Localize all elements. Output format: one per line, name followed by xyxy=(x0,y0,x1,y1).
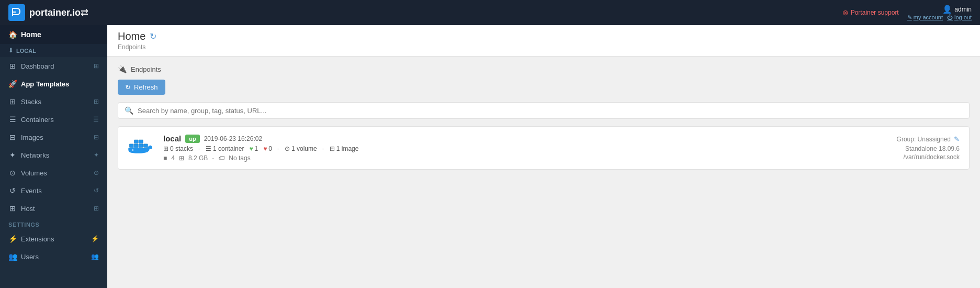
stat-unhealthy: ♥ 0 xyxy=(263,145,272,152)
endpoint-group-row: Group: Unassigned ✎ xyxy=(897,135,960,143)
sidebar-users-label: Users xyxy=(21,253,39,261)
account-icon: ✎ xyxy=(907,14,912,21)
images-stat-icon: ⊟ xyxy=(330,145,335,152)
logout-icon: ⏻ xyxy=(947,14,953,20)
main-layout: 🏠 Home ⬇ LOCAL ⊞ Dashboard ⊞ 🚀 App Templ… xyxy=(0,25,980,288)
local-label: LOCAL xyxy=(16,48,36,54)
admin-name-row: 👤 admin xyxy=(942,5,972,14)
endpoint-right: Group: Unassigned ✎ Standalone 18.09.6 /… xyxy=(897,135,960,161)
edit-group-icon[interactable]: ✎ xyxy=(954,135,960,143)
sidebar-networks-label: Networks xyxy=(21,151,49,159)
endpoint-info: local up 2019-06-23 16:26:02 ⊞ 0 stacks … xyxy=(163,134,358,162)
sidebar-item-containers[interactable]: ☰ Containers ☰ xyxy=(0,110,107,128)
stacks-nav-icon: ⊞ xyxy=(94,98,99,105)
support-circle-icon: ⊗ xyxy=(842,8,849,17)
sidebar-containers-label: Containers xyxy=(21,116,54,124)
content-area: Home ↻ Endpoints 🔌 Endpoints ↻ Refresh 🔍 xyxy=(107,25,980,288)
stat-volumes: ⊙ 1 volume xyxy=(285,145,317,152)
sidebar-extensions-label: Extensions xyxy=(21,235,54,243)
sidebar-item-users[interactable]: 👥 Users 👥 xyxy=(0,248,107,265)
dashboard-nav-icon: ⊞ xyxy=(94,62,99,70)
endpoint-name: local xyxy=(163,134,181,143)
admin-username: admin xyxy=(954,6,972,13)
svg-rect-6 xyxy=(134,140,138,143)
refresh-button[interactable]: ↻ Refresh xyxy=(118,80,165,95)
search-input[interactable] xyxy=(138,107,963,115)
search-box[interactable]: 🔍 xyxy=(118,102,970,119)
sidebar-item-stacks[interactable]: ⊞ Stacks ⊞ xyxy=(0,93,107,110)
app-templates-icon: 🚀 xyxy=(8,80,17,88)
page-header: Home ↻ Endpoints xyxy=(107,25,980,57)
events-icon: ↺ xyxy=(8,186,17,195)
endpoint-meta: ■ 4 ⊞ 8.2 GB - 🏷 No tags xyxy=(163,154,358,162)
extensions-nav-icon: ⚡ xyxy=(91,235,99,242)
endpoint-group: Group: Unassigned xyxy=(897,136,951,143)
healthy-icon: ♥ xyxy=(249,145,253,152)
containers-icon: ☰ xyxy=(8,115,17,124)
log-out-link[interactable]: ⏻ log out xyxy=(947,14,972,21)
networks-icon: ✦ xyxy=(8,151,17,159)
section-label: Endpoints xyxy=(131,65,161,73)
endpoint-name-row: local up 2019-06-23 16:26:02 xyxy=(163,134,358,143)
svg-rect-4 xyxy=(139,140,143,143)
my-account-link[interactable]: ✎ my account xyxy=(907,14,943,21)
users-nav-icon: 👥 xyxy=(91,253,99,260)
refresh-btn-icon: ↻ xyxy=(125,83,131,91)
page-content: 🔌 Endpoints ↻ Refresh 🔍 xyxy=(107,57,980,288)
admin-area: 👤 admin ✎ my account ⏻ log out xyxy=(907,5,972,21)
sidebar-host-label: Host xyxy=(21,205,35,213)
local-section: ⬇ LOCAL xyxy=(0,44,107,57)
endpoint-status-badge: up xyxy=(185,135,199,143)
page-title-row: Home ↻ xyxy=(118,30,970,42)
sidebar-dashboard-label: Dashboard xyxy=(21,62,54,70)
switch-endpoint-icon[interactable]: ⇄ xyxy=(81,7,88,18)
svg-rect-0 xyxy=(8,4,25,21)
sidebar-home-item[interactable]: 🏠 Home xyxy=(0,25,107,44)
endpoint-left: local up 2019-06-23 16:26:02 ⊞ 0 stacks … xyxy=(128,134,358,162)
memory-icon: ⊞ xyxy=(179,154,184,162)
settings-section-label: SETTINGS xyxy=(0,217,107,230)
home-icon: 🏠 xyxy=(8,30,17,39)
volumes-icon: ⊙ xyxy=(8,169,17,177)
images-nav-icon: ⊟ xyxy=(94,134,99,141)
stat-containers: ☰ 1 container xyxy=(206,145,244,152)
sidebar-item-volumes[interactable]: ⊙ Volumes ⊙ xyxy=(0,164,107,182)
volumes-nav-icon: ⊙ xyxy=(94,169,99,176)
volumes-stat-icon: ⊙ xyxy=(285,145,290,152)
containers-stat-icon: ☰ xyxy=(206,145,211,152)
sidebar-item-dashboard[interactable]: ⊞ Dashboard ⊞ xyxy=(0,57,107,75)
top-header: portainer.io ⇄ ⊗ Portainer support 👤 adm… xyxy=(0,0,980,25)
top-right-area: ⊗ Portainer support 👤 admin ✎ my account… xyxy=(842,5,972,21)
sidebar-volumes-label: Volumes xyxy=(21,169,47,177)
logo-area[interactable]: portainer.io xyxy=(8,4,81,21)
logo-text: portainer.io xyxy=(29,7,81,18)
admin-links: ✎ my account ⏻ log out xyxy=(907,14,972,21)
sidebar-images-label: Images xyxy=(21,134,43,141)
sidebar: 🏠 Home ⬇ LOCAL ⊞ Dashboard ⊞ 🚀 App Templ… xyxy=(0,25,107,288)
sidebar-home-label: Home xyxy=(21,30,41,39)
sidebar-item-events[interactable]: ↺ Events ↺ xyxy=(0,182,107,200)
sidebar-item-host[interactable]: ⊞ Host ⊞ xyxy=(0,200,107,217)
refresh-btn-label: Refresh xyxy=(134,83,158,91)
endpoints-section-icon: 🔌 xyxy=(118,65,127,73)
sidebar-item-images[interactable]: ⊟ Images ⊟ xyxy=(0,128,107,146)
page-refresh-icon[interactable]: ↻ xyxy=(150,31,156,41)
sidebar-stacks-label: Stacks xyxy=(21,98,41,106)
portainer-support-link[interactable]: ⊗ Portainer support xyxy=(842,8,899,17)
endpoint-card[interactable]: local up 2019-06-23 16:26:02 ⊞ 0 stacks … xyxy=(118,126,970,170)
tags-icon: 🏷 xyxy=(218,154,224,162)
sidebar-item-extensions[interactable]: ⚡ Extensions ⚡ xyxy=(0,230,107,248)
local-arrow-icon: ⬇ xyxy=(8,47,13,54)
sidebar-events-label: Events xyxy=(21,187,42,195)
images-icon: ⊟ xyxy=(8,133,17,141)
svg-rect-5 xyxy=(144,143,148,147)
endpoint-tags: No tags xyxy=(229,154,250,162)
sidebar-item-app-templates[interactable]: 🚀 App Templates xyxy=(0,75,107,93)
stat-healthy: ♥ 1 xyxy=(249,145,258,152)
sidebar-item-networks[interactable]: ✦ Networks ✦ xyxy=(0,146,107,164)
search-icon: 🔍 xyxy=(125,106,133,115)
events-nav-icon: ↺ xyxy=(94,187,99,194)
host-icon: ⊞ xyxy=(8,204,17,213)
svg-rect-1 xyxy=(129,143,133,147)
admin-user-icon: 👤 xyxy=(942,5,952,14)
